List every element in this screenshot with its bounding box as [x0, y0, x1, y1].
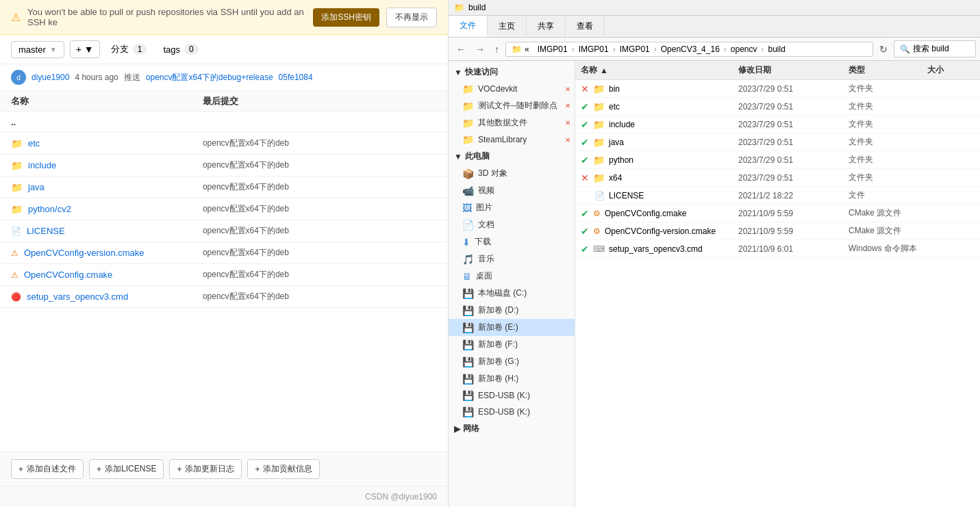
sidebar-item-drive-h[interactable]: 💾 新加卷 (H:): [449, 370, 575, 387]
status-icon: ✕: [581, 83, 589, 94]
sidebar-item-drive-f[interactable]: 💾 新加卷 (F:): [449, 336, 575, 353]
file-entry-opencvconfig[interactable]: ✔ ⚙ OpenCVConfig.cmake 2021/10/9 5:59 CM…: [575, 205, 980, 222]
pin-icon: ✕: [565, 119, 570, 127]
table-row[interactable]: 📄 LICENSE opencv配置x64下的deb: [0, 220, 448, 242]
folder-icon: 📁: [462, 101, 474, 112]
col-header-date[interactable]: 修改日期: [738, 64, 849, 76]
sidebar-item-downloads[interactable]: ⬇ 下载: [449, 233, 575, 250]
file-entry-python[interactable]: ✔ 📁 python 2023/7/29 0:51 文件夹: [575, 151, 980, 169]
table-row[interactable]: 📁 include opencv配置x64下的deb: [0, 155, 448, 177]
ribbon-tab-share[interactable]: 共享: [527, 16, 566, 36]
ribbon-tab-file-label: 文件: [460, 21, 476, 30]
address-imgp01-3: IMGP01: [620, 44, 650, 54]
refresh-button[interactable]: ↻: [876, 42, 891, 56]
file-entry-type: 文件夹: [849, 101, 927, 112]
add-contrib-button[interactable]: + 添加贡献信息: [247, 459, 320, 479]
sidebar-item-drive-g[interactable]: 💾 新加卷 (G:): [449, 353, 575, 370]
commit-message-link[interactable]: opencv配置x64下的debug+release: [146, 72, 273, 83]
folder-icon: 📦: [462, 168, 474, 179]
sidebar-section-quick-access[interactable]: ▼ 快速访问: [449, 64, 575, 81]
address-bar[interactable]: 📁 « IMGP01 › IMGP01 › IMGP01 › OpenCV3_4…: [505, 42, 873, 57]
explorer-body: ▼ 快速访问 📁 VOCdevkit ✕ 📁 测试文件--随时删除点 ✕ 📁 其…: [449, 61, 980, 507]
sidebar-item-label: 新加卷 (F:): [478, 339, 518, 350]
ribbon-tab-view[interactable]: 查看: [566, 16, 605, 36]
file-entry-name: OpenCVConfig-version.cmake: [605, 226, 716, 236]
file-entry-date: 2023/7/29 0:51: [738, 102, 849, 112]
file-entry-bin[interactable]: ✕ 📁 bin 2023/7/29 0:51 文件夹: [575, 80, 980, 98]
sidebar-item-label: 下载: [475, 236, 491, 248]
search-box[interactable]: 🔍 搜索 build: [894, 40, 976, 57]
repo-toolbar: master ▼ + ▼ 分支 1 tags 0: [0, 35, 448, 64]
tags-count-item[interactable]: tags 0: [158, 41, 203, 57]
folder-icon: ⬇: [462, 237, 470, 248]
sidebar-item-desktop[interactable]: 🖥 桌面: [449, 268, 575, 285]
table-row[interactable]: ..: [0, 112, 448, 133]
add-ssh-button[interactable]: 添加SSH密钥: [313, 8, 379, 27]
sidebar-item-label: 新加卷 (G:): [478, 356, 519, 367]
add-readme-button[interactable]: + 添加自述文件: [11, 459, 84, 479]
table-row[interactable]: ⚠ OpenCVConfig-version.cmake opencv配置x64…: [0, 242, 448, 264]
back-button[interactable]: ←: [453, 42, 469, 56]
sidebar-item-video[interactable]: 📹 视频: [449, 182, 575, 199]
col-header-type[interactable]: 类型: [849, 64, 927, 76]
sidebar-item-documents[interactable]: 📄 文档: [449, 216, 575, 233]
col-header-name[interactable]: 名称 ▲: [581, 64, 738, 76]
sidebar-section-network[interactable]: ▶ 网络: [449, 420, 575, 437]
ribbon-tab-home-label: 主页: [499, 21, 515, 31]
chevron-down-icon: ▼: [50, 46, 57, 53]
add-button[interactable]: + ▼: [70, 40, 100, 58]
sidebar-item-label: 新加卷 (D:): [478, 304, 518, 316]
folder-icon: 📁: [462, 134, 474, 145]
branch-count-item[interactable]: 分支 1: [105, 40, 153, 58]
file-entry-name: x64: [609, 173, 622, 183]
ribbon-tab-home[interactable]: 主页: [488, 16, 527, 36]
avatar: d: [11, 70, 26, 85]
pin-icon: ✕: [565, 102, 570, 109]
status-icon: ✕: [581, 172, 589, 183]
file-commit-text: opencv配置x64下的deb: [203, 269, 437, 281]
sidebar-item-label: 文档: [478, 219, 494, 231]
sidebar-item-drive-d[interactable]: 💾 新加卷 (D:): [449, 302, 575, 319]
sidebar-item-otherdata[interactable]: 📁 其他数据文件 ✕: [449, 114, 575, 131]
sidebar-item-steamlibrary[interactable]: 📁 SteamLibrary ✕: [449, 131, 575, 148]
table-row[interactable]: 🔴 setup_vars_opencv3.cmd opencv配置x64下的de…: [0, 286, 448, 308]
sidebar-item-testfiles[interactable]: 📁 测试文件--随时删除点 ✕: [449, 97, 575, 114]
search-icon: 🔍: [900, 44, 910, 54]
table-row[interactable]: 📁 java opencv配置x64下的deb: [0, 177, 448, 198]
sidebar-item-drive-c[interactable]: 💾 本地磁盘 (C:): [449, 285, 575, 302]
commit-user-link[interactable]: diyue1900: [32, 73, 69, 82]
file-entry-opencvconfig-version[interactable]: ✔ ⚙ OpenCVConfig-version.cmake 2021/10/9…: [575, 222, 980, 240]
dismiss-button[interactable]: 不再显示: [386, 8, 437, 27]
sidebar-item-esd-usb-k1[interactable]: 💾 ESD-USB (K:): [449, 387, 575, 404]
col-header-size[interactable]: 大小: [927, 64, 975, 76]
sidebar-item-music[interactable]: 🎵 音乐: [449, 250, 575, 268]
file-entry-x64[interactable]: ✕ 📁 x64 2023/7/29 0:51 文件夹: [575, 169, 980, 187]
ssh-warning-text: You won't be able to pull or push reposi…: [27, 7, 306, 27]
status-icon: ✔: [581, 155, 589, 166]
file-entry-setup-vars[interactable]: ✔ ⌨ setup_vars_opencv3.cmd 2021/10/9 6:0…: [575, 240, 980, 258]
up-button[interactable]: ↑: [491, 42, 503, 56]
sidebar-item-3d[interactable]: 📦 3D 对象: [449, 165, 575, 182]
warning-icon: ⚠: [11, 11, 21, 24]
forward-button[interactable]: →: [472, 42, 488, 56]
sidebar-section-thispc[interactable]: ▼ 此电脑: [449, 148, 575, 165]
file-entry-include[interactable]: ✔ 📁 include 2023/7/29 0:51 文件夹: [575, 116, 980, 133]
file-entry-license[interactable]: 📄 LICENSE 2021/1/2 18:22 文件: [575, 187, 980, 205]
ribbon-tab-file[interactable]: 文件: [449, 16, 488, 37]
status-icon: ✔: [581, 208, 589, 219]
sidebar-item-esd-usb-k2[interactable]: 💾 ESD-USB (K:): [449, 404, 575, 420]
sidebar-item-pictures[interactable]: 🖼 图片: [449, 199, 575, 216]
file-entry-java[interactable]: ✔ 📁 java 2023/7/29 0:51 文件夹: [575, 133, 980, 151]
sidebar-item-drive-e[interactable]: 💾 新加卷 (E:): [449, 319, 575, 336]
table-row[interactable]: ⚠ OpenCVConfig.cmake opencv配置x64下的deb: [0, 264, 448, 286]
table-row[interactable]: 📁 python/cv2 opencv配置x64下的deb: [0, 198, 448, 220]
file-entry-etc[interactable]: ✔ 📁 etc 2023/7/29 0:51 文件夹: [575, 98, 980, 116]
file-entry-name: LICENSE: [609, 191, 644, 200]
branch-selector[interactable]: master ▼: [11, 41, 64, 58]
add-changelog-button[interactable]: + 添加更新日志: [169, 459, 242, 479]
sidebar-item-vocdevkit[interactable]: 📁 VOCdevkit ✕: [449, 81, 575, 97]
file-entry-type: 文件夹: [849, 83, 927, 94]
table-row[interactable]: 📁 etc opencv配置x64下的deb: [0, 133, 448, 155]
add-license-button[interactable]: + 添加LICENSE: [89, 459, 164, 479]
address-sep3: ›: [654, 44, 657, 54]
